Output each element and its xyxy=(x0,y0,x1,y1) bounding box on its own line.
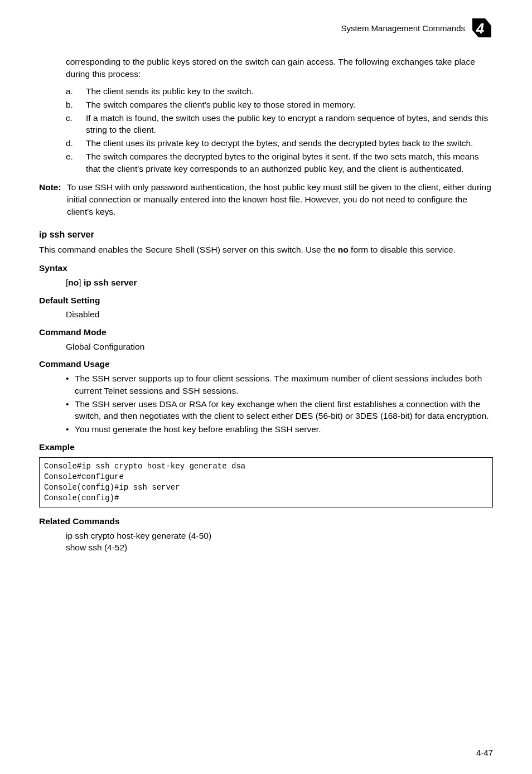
svg-text:4: 4 xyxy=(476,20,485,37)
ip-ssh-heading: ip ssh server xyxy=(39,229,493,241)
chapter-number-icon: 4 xyxy=(471,17,493,39)
intro-paragraph: corresponding to the public keys stored … xyxy=(66,56,493,80)
related-line: show ssh (4-52) xyxy=(66,541,493,554)
list-marker: c. xyxy=(66,112,86,136)
list-marker: e. xyxy=(66,151,86,175)
related-line: ip ssh crypto host-key generate (4-50) xyxy=(66,530,493,542)
list-marker: d. xyxy=(66,137,86,149)
example-code: Console#ip ssh crypto host-key generate … xyxy=(39,457,493,507)
list-text: If a match is found, the switch uses the… xyxy=(86,112,493,136)
syntax-cmd: ip ssh server xyxy=(84,278,137,287)
bullet-icon: • xyxy=(66,423,75,436)
list-item: c. If a match is found, the switch uses … xyxy=(66,112,493,136)
list-item: d. The client uses its private key to de… xyxy=(66,137,493,149)
list-marker: b. xyxy=(66,99,86,111)
note-block: Note: To use SSH with only password auth… xyxy=(39,181,493,217)
list-item: e. The switch compares the decrypted byt… xyxy=(66,151,493,175)
steps-list: a. The client sends its public key to th… xyxy=(66,85,493,175)
list-marker: a. xyxy=(66,85,86,98)
desc-bold: no xyxy=(338,245,349,254)
bullet-text: You must generate the host key before en… xyxy=(75,423,321,436)
list-text: The switch compares the decrypted bytes … xyxy=(86,151,493,175)
bullet-item: • You must generate the host key before … xyxy=(66,423,493,436)
related-list: ip ssh crypto host-key generate (4-50) s… xyxy=(66,530,493,554)
desc-pre: This command enables the Secure Shell (S… xyxy=(39,245,338,254)
page-header: System Management Commands 4 xyxy=(341,17,493,39)
bullet-text: The SSH server supports up to four clien… xyxy=(75,373,493,396)
list-text: The client sends its public key to the s… xyxy=(86,85,493,98)
syntax-value: [no] ip ssh server xyxy=(66,277,493,289)
mode-value: Global Configuration xyxy=(66,341,493,353)
bullet-text: The SSH server uses DSA or RSA for key e… xyxy=(75,398,493,422)
page-number: 4-47 xyxy=(476,748,493,757)
bullet-item: • The SSH server supports up to four cli… xyxy=(66,373,493,396)
note-text: To use SSH with only password authentica… xyxy=(67,181,493,217)
desc-post: form to disable this service. xyxy=(349,245,456,254)
usage-heading: Command Usage xyxy=(39,358,493,370)
mode-heading: Command Mode xyxy=(39,326,493,338)
bullet-item: • The SSH server uses DSA or RSA for key… xyxy=(66,398,493,422)
ip-ssh-desc: This command enables the Secure Shell (S… xyxy=(39,244,493,256)
default-value: Disabled xyxy=(66,308,493,321)
syntax-no: no xyxy=(68,278,79,287)
example-heading: Example xyxy=(39,441,493,453)
default-heading: Default Setting xyxy=(39,294,493,307)
list-item: a. The client sends its public key to th… xyxy=(66,85,493,98)
header-title: System Management Commands xyxy=(341,23,465,33)
syntax-heading: Syntax xyxy=(39,262,493,274)
bullet-icon: • xyxy=(66,398,75,422)
list-text: The client uses its private key to decry… xyxy=(86,137,493,149)
page-content: corresponding to the public keys stored … xyxy=(39,56,493,554)
list-text: The switch compares the client's public … xyxy=(86,99,493,111)
list-item: b. The switch compares the client's publ… xyxy=(66,99,493,111)
note-label: Note: xyxy=(39,181,67,217)
bracket-close: ] xyxy=(79,278,84,287)
related-heading: Related Commands xyxy=(39,515,493,528)
usage-list: • The SSH server supports up to four cli… xyxy=(66,373,493,435)
bullet-icon: • xyxy=(66,373,75,396)
